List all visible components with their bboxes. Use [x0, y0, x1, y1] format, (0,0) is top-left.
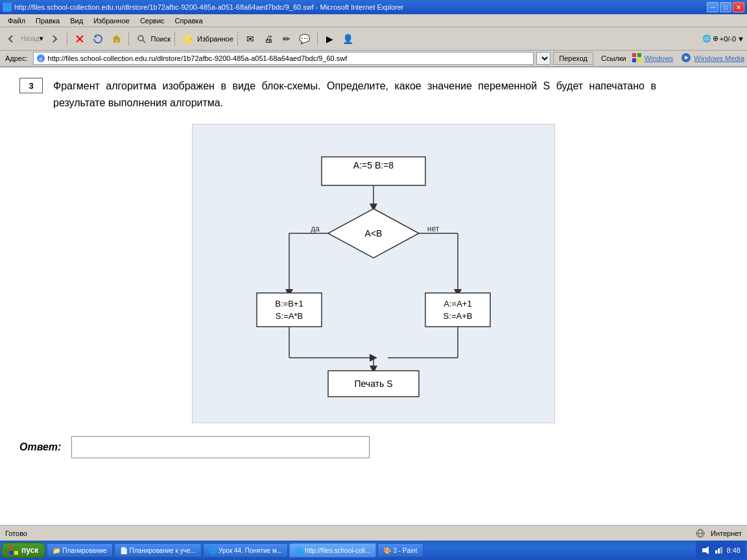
- menu-tools[interactable]: Сервис: [135, 16, 170, 26]
- svg-rect-6: [632, 53, 636, 57]
- svg-text:A:=A+1: A:=A+1: [444, 299, 471, 309]
- address-label: Адрес:: [3, 54, 30, 62]
- refresh-button[interactable]: [89, 30, 106, 47]
- svg-text:S:=A+B: S:=A+B: [444, 311, 473, 321]
- home-button[interactable]: [108, 30, 124, 47]
- minimize-button[interactable]: ─: [707, 2, 718, 12]
- favorites-label: Избранное: [197, 35, 233, 43]
- windows-media-link[interactable]: Windows Media: [694, 54, 744, 62]
- svg-point-2: [138, 36, 143, 41]
- ie-icon: 🌐: [3, 3, 12, 12]
- media-button[interactable]: ▶: [322, 30, 338, 47]
- person-button[interactable]: 👤: [340, 30, 357, 47]
- svg-rect-44: [702, 548, 706, 552]
- question-text: Фрагмент алгоритма изображен в виде блок…: [53, 78, 656, 111]
- start-button[interactable]: пуск: [1, 542, 45, 558]
- svg-text:A:=5  B:=8: A:=5 B:=8: [353, 160, 394, 170]
- taskbar-doc-icon: 📄: [120, 547, 128, 554]
- toolbar: Назад ▼ Поиск ⭐ Избранное ✉ 🖨 ✏ 💬 ▶ 👤 🌐 …: [0, 27, 747, 51]
- menu-favorites[interactable]: Избранное: [88, 16, 135, 26]
- window-title: http://files.school-collection.edu.ru/dl…: [14, 3, 403, 11]
- taskbar-lesson-button[interactable]: 🌐 Урок 44. Понятие м...: [203, 543, 288, 557]
- menu-edit[interactable]: Правка: [30, 16, 65, 26]
- svg-text:да: да: [311, 224, 320, 233]
- restore-button[interactable]: □: [720, 2, 731, 12]
- svg-text:Печать S: Печать S: [354, 379, 392, 389]
- stop-button[interactable]: [71, 30, 88, 47]
- forward-button[interactable]: [46, 30, 63, 47]
- toolbar-separator-1: [67, 32, 67, 46]
- go-button[interactable]: Переход: [553, 52, 593, 65]
- taskbar-paint-icon: 🎨: [383, 547, 391, 554]
- flowchart-container: A:=5 B:=8 A<B да нет B:=B+1: [192, 124, 555, 423]
- menu-bar: Файл Правка Вид Избранное Сервис Справка: [0, 14, 747, 27]
- address-dropdown[interactable]: [536, 52, 551, 65]
- status-bar: Готово Интернет: [0, 525, 747, 541]
- content-area: 3 Фрагмент алгоритма изображен в виде бл…: [0, 67, 747, 525]
- svg-rect-42: [9, 551, 13, 555]
- address-input[interactable]: [48, 54, 531, 62]
- answer-input[interactable]: [71, 436, 370, 458]
- svg-rect-43: [14, 551, 18, 555]
- edit-button[interactable]: ✏: [278, 30, 295, 47]
- toolbar-separator-5: [317, 32, 318, 46]
- speaker-icon: [701, 545, 711, 555]
- svg-rect-9: [637, 58, 641, 62]
- svg-rect-40: [9, 546, 13, 550]
- network-icon: [714, 545, 724, 555]
- svg-rect-8: [632, 58, 636, 62]
- svg-text:B:=B+1: B:=B+1: [275, 299, 303, 309]
- title-bar: 🌐 http://files.school-collection.edu.ru/…: [0, 0, 747, 14]
- taskbar-paint-button[interactable]: 🎨 3 - Paint: [377, 543, 423, 557]
- taskbar-right: 8:48: [696, 541, 746, 560]
- svg-rect-41: [14, 546, 18, 550]
- taskbar-planning2-button[interactable]: 📄 Планирование к уче...: [114, 543, 202, 557]
- toolbar-right: 🌐 ⊕ +0/-0 ▼: [702, 34, 744, 43]
- menu-file[interactable]: Файл: [3, 16, 30, 26]
- mail-button[interactable]: ✉: [242, 30, 259, 47]
- toolbar-separator-2: [128, 32, 129, 46]
- svg-rect-24: [257, 293, 322, 327]
- taskbar-planning-icon: 📁: [53, 547, 60, 554]
- svg-rect-27: [425, 293, 490, 327]
- flowchart-svg: A:=5 B:=8 A<B да нет B:=B+1: [237, 137, 510, 410]
- status-text: Готово: [5, 530, 27, 537]
- zoom-display: +0/-0: [720, 35, 736, 43]
- windows-logo-icon: [8, 545, 19, 555]
- windows-link[interactable]: Windows: [645, 54, 674, 62]
- svg-rect-46: [715, 550, 717, 554]
- favorites-star-icon: ⭐: [179, 30, 196, 47]
- address-icon: e: [36, 54, 45, 63]
- taskbar-planning-button[interactable]: 📁 Планирование: [47, 543, 112, 557]
- back-button[interactable]: [3, 30, 19, 47]
- internet-icon: [695, 528, 706, 539]
- discuss-button[interactable]: 💬: [296, 30, 313, 47]
- svg-text:A<B: A<B: [365, 228, 383, 239]
- address-bar: Адрес: e Переход Ссылки Windows Windows …: [0, 51, 747, 67]
- links-label: Ссылки: [601, 54, 626, 62]
- menu-view[interactable]: Вид: [65, 16, 88, 26]
- search-button[interactable]: [133, 30, 150, 47]
- svg-line-3: [143, 40, 145, 43]
- search-label: Поиск: [151, 35, 171, 43]
- close-button[interactable]: ✕: [733, 2, 744, 12]
- svg-text:S:=A*B: S:=A*B: [276, 311, 303, 321]
- windows-icon: [632, 52, 642, 64]
- toolbar-separator-4: [237, 32, 238, 46]
- windows-media-icon: [681, 52, 691, 64]
- toolbar-separator-3: [174, 32, 175, 46]
- zone-label: Интернет: [711, 530, 742, 537]
- print-button[interactable]: 🖨: [260, 30, 277, 47]
- start-label: пуск: [21, 546, 38, 555]
- answer-row: Ответ:: [19, 436, 728, 458]
- time-display: 8:48: [727, 546, 741, 554]
- question-number: 3: [19, 78, 43, 93]
- menu-help[interactable]: Справка: [170, 16, 208, 26]
- taskbar-ie-icon: 🌐: [295, 547, 303, 554]
- taskbar-ie-button[interactable]: 🌐 http://files.school-coll...: [289, 543, 376, 557]
- svg-rect-47: [718, 548, 720, 554]
- taskbar: пуск 📁 Планирование 📄 Планирование к уче…: [0, 541, 747, 560]
- svg-rect-48: [720, 547, 722, 554]
- svg-text:e: e: [39, 56, 42, 62]
- address-input-wrap[interactable]: e: [33, 52, 534, 65]
